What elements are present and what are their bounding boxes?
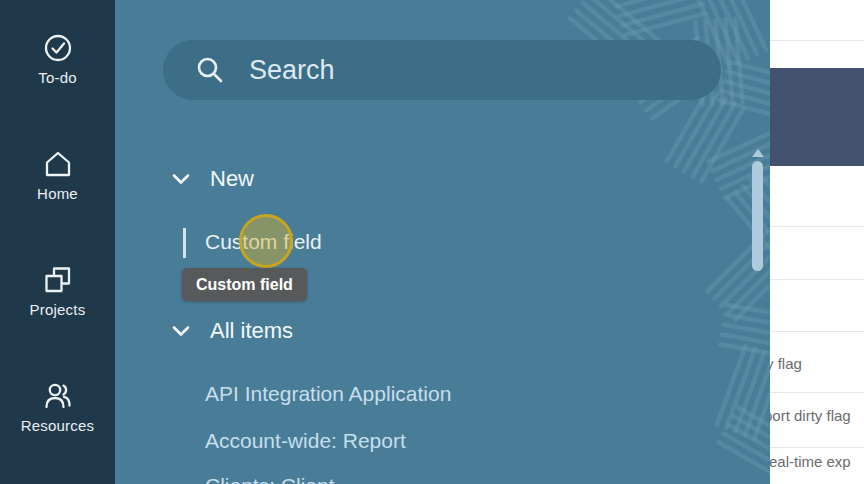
tree-section-all-items[interactable]: All items	[172, 318, 293, 344]
scrollbar-thumb[interactable]	[752, 161, 763, 271]
main-content-strip: y flag port dirty flag eal-time exp	[770, 0, 864, 484]
tree-item-focus-bar	[183, 228, 186, 258]
tooltip: Custom field	[182, 268, 307, 301]
search-bar[interactable]	[163, 40, 721, 100]
sidebar-item-label: Projects	[30, 301, 86, 318]
row-divider	[770, 226, 864, 227]
sidebar-item-todo[interactable]: To-do	[0, 32, 115, 104]
tree-item-custom-field[interactable]: Custom field	[205, 230, 322, 254]
toolbar-divider	[770, 40, 864, 41]
navigator-flyout-panel: New Custom field Custom field All items …	[115, 0, 770, 484]
sidebar-item-label: Home	[37, 185, 78, 202]
row-divider	[770, 447, 864, 448]
nav-rail: To-do Home Projects Resources	[0, 0, 115, 484]
table-row-text: port dirty flag	[770, 407, 851, 424]
sidebar-item-home[interactable]: Home	[0, 148, 115, 220]
row-divider	[770, 279, 864, 280]
sidebar-item-resources[interactable]: Resources	[0, 380, 115, 452]
search-icon	[195, 55, 225, 85]
chevron-down-icon	[172, 324, 190, 338]
sidebar-item-label: To-do	[38, 69, 77, 86]
tree-item-clients-client[interactable]: Clients: Client	[205, 474, 335, 484]
table-row-text: eal-time exp	[770, 453, 851, 470]
search-input[interactable]	[249, 55, 669, 86]
row-divider	[770, 331, 864, 332]
scrollbar-up-arrow-icon[interactable]	[752, 149, 764, 157]
tree-section-label: New	[210, 166, 254, 192]
tree-item-account-wide-report[interactable]: Account-wide: Report	[205, 429, 406, 453]
tree-section-new[interactable]: New	[172, 166, 254, 192]
tooltip-text: Custom field	[196, 276, 293, 294]
tree-section-label: All items	[210, 318, 293, 344]
chevron-down-icon	[172, 172, 190, 186]
sidebar-item-projects[interactable]: Projects	[0, 264, 115, 336]
row-divider	[770, 392, 864, 393]
table-header-band	[770, 68, 864, 166]
resources-people-icon	[42, 380, 74, 412]
projects-copy-icon	[42, 264, 74, 296]
tree-item-api-integration-application[interactable]: API Integration Application	[205, 382, 451, 406]
todo-check-circle-icon	[42, 32, 74, 64]
table-row-text: y flag	[770, 355, 802, 372]
home-icon	[42, 148, 74, 180]
sidebar-item-label: Resources	[21, 417, 95, 434]
